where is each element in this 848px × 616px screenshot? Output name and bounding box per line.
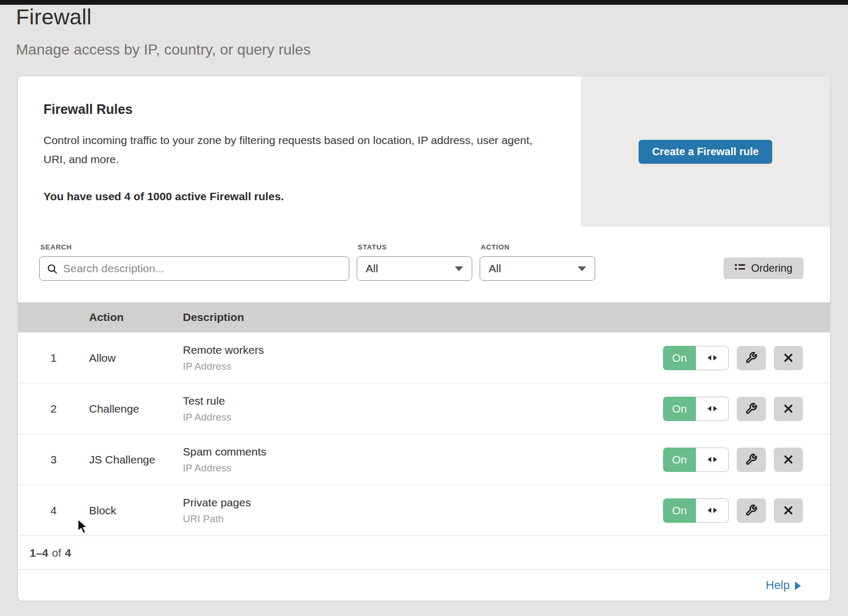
- pagination: 1–4 of 4: [18, 535, 830, 569]
- rule-priority: 1: [18, 352, 89, 364]
- edit-rule-button[interactable]: [737, 346, 766, 370]
- close-icon: [783, 352, 794, 363]
- status-label: STATUS: [358, 243, 472, 251]
- rule-description: Private pages: [183, 496, 663, 509]
- rule-enabled-toggle[interactable]: On: [663, 498, 729, 523]
- info-usage-text: You have used 4 of 1000 active Firewall …: [43, 190, 555, 203]
- toggle-handle[interactable]: [696, 448, 729, 472]
- table-row: 3 JS Challenge Spam comments IP Address …: [18, 434, 830, 485]
- wrench-icon: [745, 352, 757, 364]
- action-column-header: Action: [89, 311, 183, 324]
- rule-enabled-toggle[interactable]: On: [663, 397, 729, 421]
- search-input[interactable]: [63, 262, 342, 275]
- window-top-strip: [0, 0, 848, 5]
- rule-description-cell: Spam comments IP Address: [183, 445, 663, 474]
- toggle-handle[interactable]: [696, 397, 729, 421]
- rule-enabled-toggle[interactable]: On: [663, 448, 729, 472]
- status-selected-value: All: [366, 262, 378, 275]
- rule-action: JS Challenge: [89, 453, 183, 466]
- action-filter-group: ACTION All: [480, 243, 595, 281]
- delete-rule-button[interactable]: [774, 397, 803, 421]
- rule-description-cell: Private pages URI Path: [183, 496, 663, 525]
- close-icon: [783, 454, 794, 465]
- info-section: Firewall Rules Control incoming traffic …: [18, 76, 830, 227]
- left-right-arrows-icon: [706, 354, 718, 361]
- pagination-of-label: of: [52, 547, 61, 559]
- status-filter-group: STATUS All: [357, 243, 472, 281]
- info-text-block: Firewall Rules Control incoming traffic …: [18, 76, 581, 227]
- rule-priority: 3: [18, 453, 89, 466]
- toggle-on-label: On: [663, 448, 696, 472]
- chevron-down-icon: [578, 266, 586, 271]
- create-firewall-rule-button[interactable]: Create a Firewall rule: [639, 140, 772, 164]
- table-row: 1 Allow Remote workers IP Address On: [18, 332, 830, 383]
- page-title: Firewall: [16, 5, 311, 30]
- delete-rule-button[interactable]: [774, 498, 803, 523]
- search-box[interactable]: [39, 256, 349, 281]
- rule-description: Spam comments: [183, 445, 663, 458]
- rule-action: Challenge: [89, 403, 183, 415]
- search-icon: [47, 263, 58, 274]
- rule-field-type: IP Address: [183, 412, 663, 423]
- table-row: 4 Block Private pages URI Path On: [18, 485, 830, 535]
- ordering-button[interactable]: Ordering: [723, 257, 803, 279]
- rule-field-type: IP Address: [183, 361, 663, 372]
- edit-rule-button[interactable]: [737, 397, 766, 421]
- ordered-list-icon: [735, 263, 746, 273]
- toggle-handle[interactable]: [696, 346, 729, 370]
- rule-description-cell: Remote workers IP Address: [183, 344, 663, 372]
- page-subtitle: Manage access by IP, country, or query r…: [16, 41, 311, 58]
- help-link-label: Help: [766, 578, 790, 592]
- search-label: SEARCH: [40, 243, 349, 251]
- rule-description: Remote workers: [183, 344, 663, 356]
- wrench-icon: [745, 453, 757, 466]
- rule-controls: On: [663, 397, 830, 421]
- info-description: Control incoming traffic to your zone by…: [43, 131, 547, 169]
- close-icon: [783, 403, 794, 414]
- rule-field-type: IP Address: [183, 462, 663, 474]
- left-right-arrows-icon: [706, 507, 718, 514]
- rule-field-type: URI Path: [183, 513, 663, 525]
- rule-controls: On: [663, 498, 830, 523]
- toggle-on-label: On: [663, 346, 696, 370]
- page-header: Firewall Manage access by IP, country, o…: [16, 5, 311, 58]
- delete-rule-button[interactable]: [774, 346, 803, 370]
- arrow-right-icon: [795, 582, 801, 590]
- toggle-on-label: On: [663, 397, 696, 421]
- pagination-total: 4: [65, 547, 72, 559]
- ordering-button-label: Ordering: [751, 262, 792, 274]
- search-filter-group: SEARCH: [39, 243, 349, 281]
- table-header: Action Description: [18, 302, 830, 332]
- rule-description-cell: Test rule IP Address: [183, 395, 663, 423]
- rule-controls: On: [663, 346, 830, 370]
- left-right-arrows-icon: [706, 405, 718, 412]
- wrench-icon: [745, 504, 757, 516]
- pagination-range: 1–4: [30, 547, 48, 559]
- edit-rule-button[interactable]: [737, 448, 766, 472]
- help-link[interactable]: Help: [766, 578, 801, 592]
- info-heading: Firewall Rules: [43, 102, 555, 117]
- status-select[interactable]: All: [357, 256, 472, 281]
- table-row: 2 Challenge Test rule IP Address On: [18, 383, 830, 434]
- toggle-on-label: On: [663, 498, 696, 523]
- rule-enabled-toggle[interactable]: On: [663, 346, 729, 370]
- close-icon: [783, 505, 794, 516]
- description-column-header: Description: [183, 311, 830, 324]
- filters-bar: SEARCH STATUS All ACTION All: [18, 227, 830, 302]
- delete-rule-button[interactable]: [774, 448, 803, 472]
- action-select[interactable]: All: [480, 256, 595, 281]
- firewall-rules-card: Firewall Rules Control incoming traffic …: [17, 76, 831, 601]
- action-selected-value: All: [489, 262, 501, 275]
- action-label: ACTION: [481, 243, 595, 251]
- left-right-arrows-icon: [706, 456, 718, 463]
- rule-action: Block: [89, 504, 183, 517]
- rule-priority: 2: [18, 403, 89, 415]
- rule-controls: On: [663, 448, 830, 472]
- card-footer: Help: [18, 569, 830, 601]
- rule-description: Test rule: [183, 395, 663, 407]
- edit-rule-button[interactable]: [737, 498, 766, 523]
- rule-action: Allow: [89, 352, 183, 364]
- chevron-down-icon: [455, 266, 463, 271]
- rule-priority: 4: [18, 504, 89, 517]
- toggle-handle[interactable]: [696, 498, 729, 523]
